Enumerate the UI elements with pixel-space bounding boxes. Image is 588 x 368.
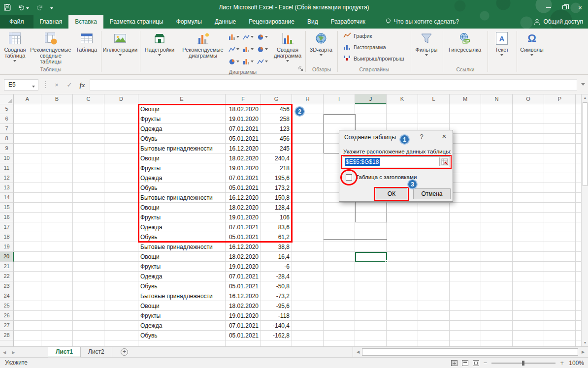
row-header-16[interactable]: 16 [0,213,14,222]
scroll-left-icon[interactable]: ◀ [354,347,362,358]
customize-qat-button[interactable] [50,6,53,9]
cell[interactable]: Фрукты [140,114,223,124]
recommended-pivot-tables-button[interactable]: Рекомендуемые сводные таблицы [29,30,72,65]
cell[interactable]: -28,4 [263,272,290,281]
name-box[interactable]: E5 [4,79,38,91]
column-header-K[interactable]: K [387,94,418,104]
row-header-26[interactable]: 26 [0,311,14,321]
tab-formulas[interactable]: Формулы [170,15,208,29]
page-layout-view-icon[interactable] [462,360,468,366]
chart-type-line-button[interactable] [241,31,255,43]
cell[interactable]: 18.02.2020 [228,104,259,114]
cell[interactable]: Одежда [140,222,223,232]
cell[interactable]: Овощи [140,252,223,262]
row-header-24[interactable]: 24 [0,291,14,301]
formula-input[interactable] [90,79,577,91]
column-header-A[interactable]: A [14,94,41,104]
table-button[interactable]: Таблица [72,30,100,54]
cell[interactable]: Обувь [140,232,223,242]
cell[interactable]: Овощи [140,104,223,114]
column-header-O[interactable]: O [513,94,544,104]
zoom-slider-thumb[interactable] [522,361,524,366]
column-header-L[interactable]: L [418,94,450,104]
cell[interactable]: 245 [263,144,290,153]
row-header-10[interactable]: 10 [0,153,14,163]
insert-function-button[interactable]: fx [77,81,88,89]
column-header-E[interactable]: E [138,94,226,104]
sparkline-line-button[interactable]: График [340,30,375,41]
cell[interactable]: 19.01.2020 [228,163,259,173]
cell[interactable]: Бытовые принадлежности [140,193,223,203]
row-header-25[interactable]: 25 [0,301,14,311]
column-header-F[interactable]: F [226,94,261,104]
row-header-5[interactable]: 5 [0,104,14,114]
cell[interactable]: 05.01.2021 [228,134,259,144]
tab-data[interactable]: Данные [208,15,242,29]
cell[interactable]: Фрукты [140,163,223,173]
cell[interactable]: 195,6 [263,173,290,183]
cell[interactable]: 18.02.2020 [228,153,259,163]
pivot-chart-button[interactable]: Сводная диаграмма [271,30,304,63]
row-header-13[interactable]: 13 [0,183,14,193]
cell[interactable]: -162,8 [263,331,290,340]
cell[interactable]: -6 [263,262,290,272]
save-button[interactable] [4,4,11,11]
formula-bar-splitter[interactable] [45,81,46,89]
cell[interactable]: 16.12.2020 [228,144,259,153]
tab-file[interactable]: Файл [0,15,33,29]
table-range-input[interactable]: $E$5:$G$18 [343,156,450,167]
cell[interactable]: 123 [263,124,290,134]
sheet-tab-list2[interactable]: Лист2 [81,347,112,358]
vertical-scroll-thumb[interactable] [583,102,588,186]
cell[interactable]: Обувь [140,183,223,193]
tab-developer[interactable]: Разработчик [325,15,372,29]
cell[interactable]: 456 [263,134,290,144]
cell[interactable]: 16.12.2020 [228,193,259,203]
row-header-20[interactable]: 20 [0,252,14,262]
chart-type-bars-button[interactable] [241,56,255,67]
row-header-23[interactable]: 23 [0,281,14,291]
column-header-M[interactable]: M [450,94,481,104]
cell[interactable]: Овощи [140,203,223,213]
chart-type-bars-button[interactable] [241,43,255,55]
cell[interactable]: 106 [263,213,290,222]
dialog-close-button[interactable]: × [438,132,451,142]
cell[interactable]: 07.01.2021 [228,272,259,281]
cell[interactable]: 18.02.2020 [228,301,259,311]
cell[interactable]: 05.01.2021 [228,232,259,242]
cell[interactable]: -50,8 [263,281,290,291]
cell[interactable]: 05.01.2021 [228,183,259,193]
cell[interactable]: Одежда [140,321,223,331]
row-header-8[interactable]: 8 [0,134,14,144]
illustrations-button[interactable]: Иллюстрации [102,30,138,57]
cell[interactable]: 19.01.2020 [228,114,259,124]
cell[interactable]: -140,4 [263,321,290,331]
cell[interactable]: 16.12.2020 [228,242,259,252]
fill-handle[interactable] [385,260,388,263]
tab-review[interactable]: Рецензирование [242,15,301,29]
cell[interactable]: 07.01.2021 [228,222,259,232]
cell[interactable]: -73,2 [263,291,290,301]
column-header-P[interactable]: P [544,94,576,104]
chart-type-pie-button[interactable] [256,31,269,43]
new-sheet-button[interactable]: + [121,348,128,356]
row-header-28[interactable]: 28 [0,331,14,340]
tell-me-search[interactable]: Что вы хотите сделать? [386,15,459,29]
row-header-15[interactable]: 15 [0,203,14,213]
cell[interactable]: Фрукты [140,311,223,321]
filters-button[interactable]: Фильтры [412,30,441,57]
tab-page-layout[interactable]: Разметка страницы [103,15,170,29]
zoom-slider[interactable] [491,360,555,366]
tab-insert[interactable]: Вставка [68,15,103,29]
row-header-11[interactable]: 11 [0,163,14,173]
cell[interactable]: 18.02.2020 [228,252,259,262]
scroll-down-icon[interactable]: ▼ [582,339,588,346]
close-button[interactable]: × [572,0,588,15]
cell[interactable]: 61,2 [263,232,290,242]
zoom-level[interactable]: 100% [568,360,584,367]
row-header-12[interactable]: 12 [0,173,14,183]
cell[interactable]: 240,4 [263,153,290,163]
dialog-help-button[interactable]: ? [416,133,427,142]
cell[interactable]: 07.01.2021 [228,124,259,134]
zoom-in-button[interactable]: + [560,359,564,367]
